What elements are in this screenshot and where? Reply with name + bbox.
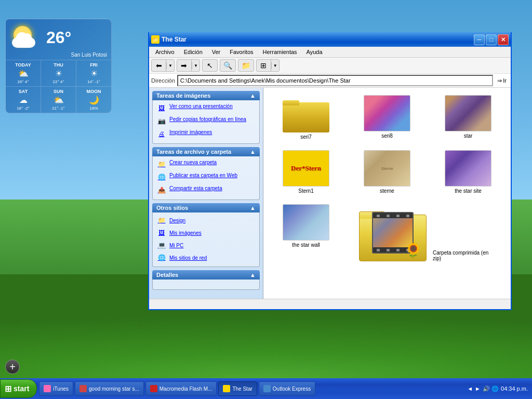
details-content [152, 280, 260, 290]
seri8-thumbnail [364, 95, 410, 131]
close-button[interactable]: ✕ [498, 34, 509, 45]
stern1-thumbnail: Der*Stern [283, 150, 329, 187]
image-tasks-header[interactable]: Tareas de imágenes ▲ [152, 91, 260, 100]
sidebar-link-print[interactable]: 🖨 Imprimir imágenes [156, 128, 256, 140]
seri8-label: seri8 [381, 133, 393, 139]
view-button[interactable]: ⊞ [257, 60, 271, 71]
mis-imagenes-icon: 🖼 [157, 228, 166, 237]
minimize-button[interactable]: ─ [474, 34, 485, 45]
menu-ayuda[interactable]: Ayuda [302, 48, 327, 56]
other-sites-content: 📁 Design 🖼 Mis imágenes 💻 Mi PC 🌐 Mis si… [152, 212, 260, 267]
address-input[interactable] [177, 75, 493, 86]
weather-forecast: SAT ☁ 18° -2° SUN ⛅ 21° -1° MOON 🌙 18% [6, 86, 111, 113]
file-item-sterne[interactable]: Sterne sterne [349, 147, 425, 197]
start-button[interactable]: ⊞ start [0, 379, 37, 398]
taskbar-btn-outlook[interactable]: Outlook Express [259, 381, 315, 396]
sterne-thumbnail: Sterne [364, 150, 410, 187]
macromedia-icon [150, 385, 157, 392]
menu-favoritos[interactable]: Favoritos [225, 48, 257, 56]
forward-button[interactable]: ➡ [177, 60, 192, 71]
sidebar-link-share[interactable]: 📤 Compartir esta carpeta [156, 184, 256, 196]
sidebar-link-mi-pc[interactable]: 💻 Mi PC [156, 240, 256, 251]
taskbar-btn-macromedia[interactable]: Macromedia Flash M... [145, 381, 217, 396]
taskbar-btn-the-star[interactable]: The Star [218, 381, 257, 396]
sidebar-link-mis-imagenes[interactable]: 🖼 Mis imágenes [156, 227, 256, 238]
view-dropdown[interactable]: ▼ [271, 62, 279, 69]
taskbar: ⊞ start iTunes good morning star s... Ma… [0, 378, 532, 399]
sidebar-link-new-folder[interactable]: 📁 Crear nueva carpeta [156, 158, 256, 170]
system-tray: 🔊 🌐 [483, 385, 499, 392]
address-label: Dirección [151, 77, 175, 84]
sidebar-link-publish-web[interactable]: 🌐 Publicar esta carpeta en Web [156, 171, 256, 183]
explorer-title: The Star [162, 36, 187, 43]
menu-edicion[interactable]: Edición [180, 48, 207, 56]
presentation-icon: 🖼 [157, 103, 166, 113]
folders-button[interactable]: 📁 [238, 60, 254, 71]
share-icon: 📤 [157, 185, 166, 195]
back-button[interactable]: ⬅ [152, 60, 166, 71]
menu-herramientas[interactable]: Herramientas [259, 48, 301, 56]
file-tasks-header[interactable]: Tareas de archivo y carpeta ▲ [152, 147, 260, 156]
file-item-seri8[interactable]: seri8 [349, 92, 425, 143]
stern1-label: Stern1 [298, 188, 313, 194]
taskbar-btn-itunes[interactable]: iTunes [39, 381, 73, 396]
other-sites-header[interactable]: Otros sitios ▲ [152, 203, 260, 212]
forward-dropdown[interactable]: ▼ [192, 62, 200, 69]
explorer-folder-icon: 📁 [151, 35, 159, 44]
publish-web-icon: 🌐 [157, 172, 166, 182]
search-button[interactable]: 🔍 [220, 60, 235, 71]
forecast-sun: SUN ⛅ 21° -1° [41, 87, 76, 113]
weather-sun-icon [11, 23, 42, 52]
itunes-icon [44, 385, 51, 392]
zip-folder-label: Carpeta comprimida (en zip) [433, 250, 495, 261]
sidebar-link-photo-copies[interactable]: 📷 Pedir copias fotográficas en línea [156, 115, 256, 127]
file-item-seri7[interactable]: seri7 [268, 92, 344, 143]
weather-day-fri: FRI ☀ 14° -1° [76, 60, 111, 86]
explorer-window: 📁 The Star ─ □ ✕ Archivo Edición Ver Fav… [148, 32, 512, 310]
details-header[interactable]: Detalles ▲ [152, 270, 260, 280]
taskbar-btn-good-morning[interactable]: good morning star s... [75, 381, 144, 396]
image-tasks-content: 🖼 Ver como una presentación 📷 Pedir copi… [152, 100, 260, 144]
sidebar-link-presentation[interactable]: 🖼 Ver como una presentación [156, 102, 256, 114]
weather-days: TODAY ⛅ 26° 4° THU ☀ 22° 4° FRI ☀ 14° -1… [6, 60, 111, 86]
weather-today: 26° [6, 19, 111, 54]
file-tasks-content: 📁 Crear nueva carpeta 🌐 Publicar esta ca… [152, 156, 260, 200]
menu-ver[interactable]: Ver [208, 48, 225, 56]
address-go-button[interactable]: ⇒ Ir [495, 76, 509, 85]
zip-folder-icon: 🌻 [359, 204, 427, 261]
add-button[interactable]: + [5, 360, 20, 374]
back-forward-group: ⬅ ▼ [151, 59, 175, 72]
menu-archivo[interactable]: Archivo [151, 48, 179, 56]
file-item-the-star-wall[interactable]: the star wall [268, 201, 344, 264]
select-button[interactable]: ↖ [203, 60, 217, 71]
new-folder-icon: 📁 [157, 159, 166, 169]
taskbar-nav-right[interactable]: ► [475, 385, 481, 392]
search-tool-group: 🔍 [220, 59, 236, 72]
select-tool-group: ↖ [202, 59, 218, 72]
file-item-zip-folder[interactable]: 🌻 Carpeta comprimida (en zip) [349, 201, 507, 264]
explorer-body: Tareas de imágenes ▲ 🖼 Ver como una pres… [149, 88, 511, 299]
file-item-the-star-site[interactable]: the star site [430, 147, 507, 197]
weather-temp: 26° [46, 28, 71, 47]
mis-sitios-icon: 🌐 [157, 253, 166, 262]
sidebar-link-mis-sitios[interactable]: 🌐 Mis sitios de red [156, 252, 256, 263]
outlook-icon [263, 385, 271, 392]
good-morning-icon [79, 385, 87, 392]
back-dropdown[interactable]: ▼ [166, 62, 174, 69]
photo-copies-icon: 📷 [157, 116, 166, 126]
forecast-moon: MOON 🌙 18% [76, 87, 111, 113]
titlebar-controls: ─ □ ✕ [474, 34, 509, 45]
taskbar-nav-left[interactable]: ◄ [467, 385, 473, 392]
the-star-icon [223, 385, 230, 392]
file-item-stern1[interactable]: Der*Stern Stern1 [268, 147, 344, 197]
explorer-toolbar: ⬅ ▼ ➡ ▼ ↖ 🔍 📁 ⊞ ▼ [149, 58, 511, 74]
star-thumbnail [445, 95, 491, 131]
the-star-site-label: the star site [455, 188, 482, 194]
clock: 04:34 p.m. [501, 385, 528, 392]
file-item-star[interactable]: star [430, 92, 507, 143]
explorer-sidebar: Tareas de imágenes ▲ 🖼 Ver como una pres… [149, 88, 263, 299]
explorer-titlebar: 📁 The Star ─ □ ✕ [149, 32, 511, 47]
sidebar-link-design[interactable]: 📁 Design [156, 215, 256, 226]
maximize-button[interactable]: □ [486, 34, 497, 45]
sidebar-section-file-tasks: Tareas de archivo y carpeta ▲ 📁 Crear nu… [152, 147, 260, 200]
